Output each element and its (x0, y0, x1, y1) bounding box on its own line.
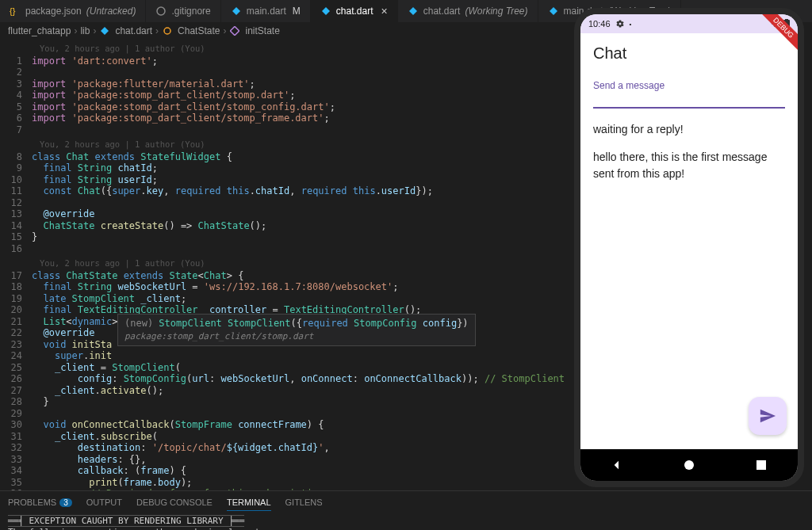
panel-tab-label: GITLENS (285, 498, 323, 507)
tab-chat-dart[interactable]: chat.dart × (311, 0, 398, 22)
tab-label: .gitignore (171, 6, 210, 17)
tab-chat-dart-working[interactable]: chat.dart (Working Tree) (398, 0, 538, 22)
svg-text:{}: {} (10, 6, 16, 16)
hint-source: package:stomp_dart_client/stomp.dart (124, 331, 469, 343)
panel-tab-label: TERMINAL (227, 498, 271, 507)
chevron-right-icon: › (155, 25, 159, 36)
home-icon[interactable] (683, 459, 695, 471)
android-nav-bar (580, 449, 798, 481)
message-item: hello there, this is the first message s… (593, 149, 785, 182)
bc-folder[interactable]: lib (80, 25, 90, 36)
send-icon (759, 407, 776, 425)
panel-tab-label: OUTPUT (86, 498, 122, 507)
dart-icon (548, 6, 559, 17)
svg-point-6 (684, 460, 694, 470)
problems-count-badge: 3 (59, 498, 72, 507)
dart-icon (99, 25, 110, 36)
tab-package-json[interactable]: {} package.json (Untracked) (0, 0, 146, 22)
chevron-right-icon: › (223, 25, 226, 36)
class-icon (162, 25, 173, 36)
tab-label: chat.dart (423, 6, 461, 17)
tab-main-dart[interactable]: main.dart M (221, 0, 311, 22)
tab-suffix: (Untracked) (86, 6, 136, 17)
dart-icon (408, 6, 419, 17)
panel-tab-debug[interactable]: DEBUG CONSOLE (136, 498, 213, 507)
panel-tab-output[interactable]: OUTPUT (86, 498, 122, 507)
terminal-line: The following assertion was thrown durin… (8, 527, 804, 530)
dart-icon (320, 6, 331, 17)
bc-project[interactable]: flutter_chatapp (8, 25, 71, 36)
tab-label: chat.dart (336, 6, 373, 17)
hint-new: (new) (124, 318, 159, 329)
panel-tab-problems[interactable]: PROBLEMS 3 (8, 498, 72, 507)
debug-banner: DEBUG (750, 14, 798, 62)
terminal-output[interactable]: ══╡ EXCEPTION CAUGHT BY RENDERING LIBRAR… (0, 513, 812, 530)
panel-tab-label: DEBUG CONSOLE (136, 498, 213, 507)
bc-method[interactable]: initState (245, 25, 279, 36)
svg-rect-3 (231, 26, 239, 35)
device-emulator: DEBUG 10:46 • Chat Send a message waitin… (574, 8, 804, 487)
bc-file[interactable]: chat.dart (115, 25, 152, 36)
chevron-right-icon: › (93, 25, 96, 36)
gitignore-icon (155, 6, 167, 17)
bottom-panel: PROBLEMS 3 OUTPUT DEBUG CONSOLE TERMINAL… (0, 490, 812, 530)
message-item: waiting for a reply! (593, 121, 785, 138)
hint-ctor: StompClient (228, 318, 290, 329)
panel-tab-label: PROBLEMS (8, 498, 56, 507)
dot-icon: • (630, 21, 632, 28)
tab-label: main.dart (247, 6, 286, 17)
terminal-line: ══╡ EXCEPTION CAUGHT BY RENDERING LIBRAR… (8, 515, 244, 527)
tab-suffix: (Working Tree) (465, 6, 527, 17)
svg-point-1 (157, 7, 165, 15)
message-input[interactable]: Send a message (580, 71, 798, 109)
dart-icon (231, 6, 242, 17)
panel-tabs: PROBLEMS 3 OUTPUT DEBUG CONSOLE TERMINAL… (0, 491, 812, 513)
message-list: waiting for a reply! hello there, this i… (580, 109, 798, 206)
tab-gitignore[interactable]: .gitignore (146, 0, 220, 22)
placeholder-text: Send a message (593, 80, 785, 91)
json-icon: {} (10, 6, 21, 17)
hint-return-type: StompClient (159, 318, 221, 329)
method-icon (229, 25, 240, 36)
modified-indicator: M (293, 6, 301, 17)
panel-tab-terminal[interactable]: TERMINAL (227, 498, 271, 511)
clock: 10:46 (588, 19, 611, 29)
back-icon[interactable] (611, 459, 623, 471)
tab-label: package.json (25, 6, 82, 17)
device-screen[interactable]: DEBUG 10:46 • Chat Send a message waitin… (580, 14, 798, 481)
close-icon[interactable]: × (381, 5, 388, 17)
bc-class[interactable]: ChatState (178, 25, 220, 36)
signature-help-tooltip: (new) StompClient StompClient({required … (117, 314, 476, 346)
panel-tab-gitlens[interactable]: GITLENS (285, 498, 323, 507)
svg-rect-7 (756, 460, 766, 470)
gear-icon (615, 19, 625, 29)
svg-point-2 (164, 28, 170, 34)
send-button[interactable] (749, 397, 787, 435)
chevron-right-icon: › (74, 25, 77, 36)
recents-icon[interactable] (755, 459, 768, 471)
